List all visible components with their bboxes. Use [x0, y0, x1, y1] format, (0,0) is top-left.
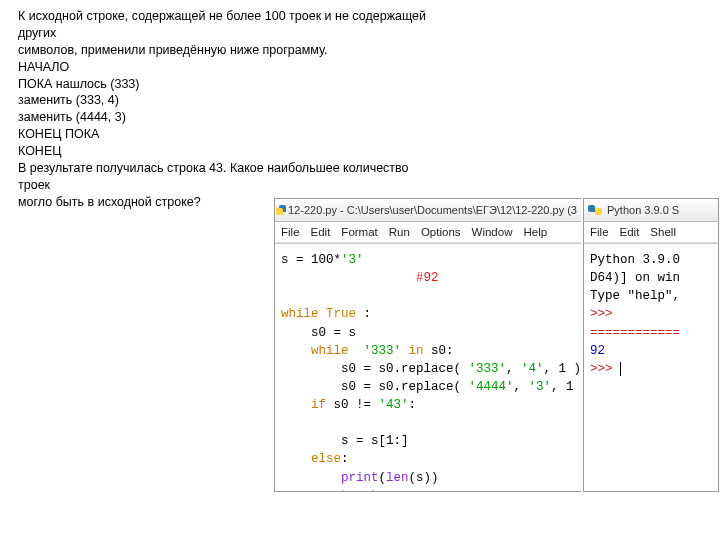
shell-titlebar[interactable]: Python 3.9.0 S — [584, 199, 718, 222]
menu-options[interactable]: Options — [421, 226, 461, 238]
problem-line: заменить (333, 4) — [18, 92, 438, 109]
menu-format[interactable]: Format — [341, 226, 377, 238]
menu-edit[interactable]: Edit — [620, 226, 640, 238]
menu-file[interactable]: File — [281, 226, 300, 238]
menu-edit[interactable]: Edit — [311, 226, 331, 238]
shell-window: Python 3.9.0 S File Edit Shell Python 3.… — [583, 198, 719, 492]
shell-title: Python 3.9.0 S — [607, 204, 679, 216]
editor-title: 12-220.py - C:\Users\user\Documents\ЕГЭ\… — [288, 204, 577, 216]
editor-window: 12-220.py - C:\Users\user\Documents\ЕГЭ\… — [274, 198, 581, 492]
editor-menubar: File Edit Format Run Options Window Help — [275, 222, 581, 243]
menu-file[interactable]: File — [590, 226, 609, 238]
problem-line: В результате получилась строка 43. Какое… — [18, 160, 438, 194]
problem-line: КОНЕЦ — [18, 143, 438, 160]
menu-run[interactable]: Run — [389, 226, 410, 238]
editor-code[interactable]: s = 100*'3' #92 while True : s0 = s whil… — [275, 247, 581, 492]
problem-line: символов, применили приведённую ниже про… — [18, 42, 438, 59]
shell-prompt: >>> — [590, 362, 620, 376]
problem-text: К исходной строке, содержащей не более 1… — [18, 8, 438, 211]
problem-line: заменить (4444, 3) — [18, 109, 438, 126]
text-cursor — [620, 362, 621, 376]
editor-titlebar[interactable]: 12-220.py - C:\Users\user\Documents\ЕГЭ\… — [275, 199, 581, 222]
screenshot-area: 12-220.py - C:\Users\user\Documents\ЕГЭ\… — [274, 198, 719, 492]
shell-output[interactable]: Python 3.9.0 D64)] on win Type "help", >… — [584, 247, 718, 382]
shell-result: 92 — [590, 344, 605, 358]
python-icon — [588, 203, 602, 217]
shell-prompt: >>> — [590, 307, 620, 321]
menu-help[interactable]: Help — [523, 226, 547, 238]
python-icon — [279, 203, 283, 217]
menu-window[interactable]: Window — [472, 226, 513, 238]
problem-line: КОНЕЦ ПОКА — [18, 126, 438, 143]
problem-line: НАЧАЛО — [18, 59, 438, 76]
menu-shell[interactable]: Shell — [650, 226, 676, 238]
shell-menubar: File Edit Shell — [584, 222, 718, 243]
problem-line: К исходной строке, содержащей не более 1… — [18, 8, 438, 42]
shell-restart: ============ — [590, 326, 680, 340]
problem-line: ПОКА нашлось (333) — [18, 76, 438, 93]
